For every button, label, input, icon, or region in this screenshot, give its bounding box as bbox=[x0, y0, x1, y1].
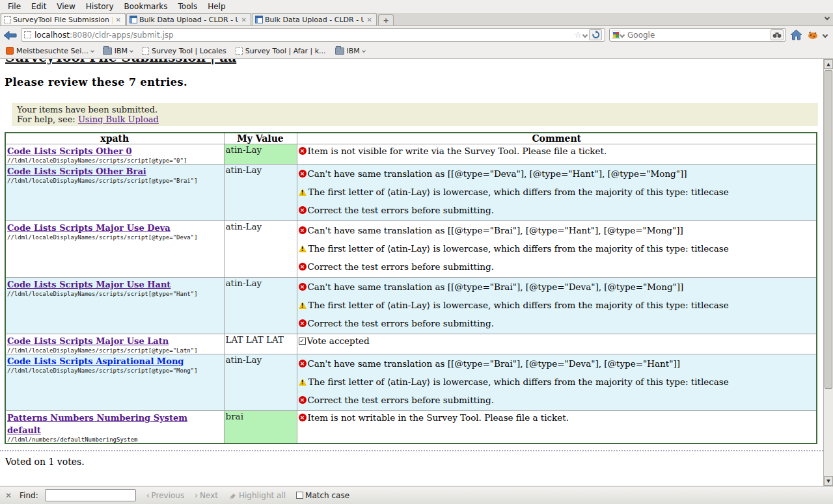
tab-close-icon[interactable]: ✕ bbox=[240, 16, 248, 23]
search-engine-chevron-icon[interactable] bbox=[620, 32, 625, 37]
column-header-xpath: xpath bbox=[5, 133, 224, 144]
xpath-link[interactable]: Code Lists Scripts Other 0 bbox=[7, 146, 132, 156]
error-icon bbox=[299, 226, 307, 234]
search-bar[interactable] bbox=[609, 28, 786, 42]
xpath-code: //ldml/numbers/defaultNumberingSystem bbox=[7, 436, 223, 443]
tab-close-icon[interactable]: ✕ bbox=[115, 16, 122, 23]
page-icon bbox=[236, 47, 243, 55]
toolbar-overflow-chevron-icon[interactable] bbox=[823, 32, 828, 37]
chevron-down-icon bbox=[90, 49, 94, 53]
table-header-row: xpath My Value Comment bbox=[5, 133, 817, 144]
window-favicon bbox=[130, 16, 137, 23]
xpath-link[interactable]: Code Lists Scripts Major Use Deva bbox=[7, 223, 171, 233]
vertical-scrollbar[interactable]: ▲ ▼ bbox=[823, 59, 833, 486]
xpath-cell: Code Lists Scripts Major Use Deva//ldml/… bbox=[5, 221, 224, 278]
window-favicon bbox=[255, 16, 263, 23]
comment-text: Item is not writable in the Survey Tool.… bbox=[308, 412, 569, 423]
comment-text: Correct the test errors before submittin… bbox=[308, 261, 494, 272]
xpath-link[interactable]: Code Lists Scripts Major Use Latn bbox=[7, 336, 169, 346]
comment-text: Can't have same translation as [[@type="… bbox=[308, 282, 684, 292]
find-input[interactable] bbox=[45, 489, 136, 501]
find-next-button[interactable]: ›Next bbox=[195, 491, 218, 500]
bookmark-survey-tool-locales[interactable]: Survey Tool | Locales bbox=[139, 46, 230, 57]
comment-text: The first letter of ⟨atin-Lay⟩ is lowerc… bbox=[308, 377, 729, 387]
addon-icon[interactable] bbox=[808, 31, 818, 40]
xpath-link[interactable]: Code Lists Scripts Aspirational Mong bbox=[7, 356, 184, 366]
xpath-cell: Code Lists Scripts Other Brai//ldml/loca… bbox=[5, 165, 224, 221]
scroll-down-arrow-icon[interactable]: ▼ bbox=[824, 476, 833, 486]
error-icon bbox=[299, 396, 307, 404]
comment-text: Can't have same translation as [[@type="… bbox=[308, 225, 683, 235]
comment-line: Correct the test errors before submittin… bbox=[299, 201, 815, 219]
notice-help-prefix: For help, see: bbox=[17, 114, 78, 124]
find-label: Find: bbox=[20, 491, 38, 500]
comment-cell: Item is not writable in the Survey Tool.… bbox=[297, 411, 817, 444]
comment-text: The first letter of ⟨atin-Lay⟩ is lowerc… bbox=[308, 300, 729, 310]
xpath-cell: Code Lists Scripts Aspirational Mong//ld… bbox=[5, 354, 224, 411]
scrollbar-thumb[interactable] bbox=[825, 70, 832, 389]
comment-cell: Can't have same translation as [[@type="… bbox=[297, 278, 817, 334]
tab-bulk-upload-2[interactable]: Bulk Data Upload - CLDR - Un... ✕ bbox=[252, 13, 377, 25]
notice-line2: For help, see: Using Bulk Upload bbox=[17, 114, 813, 124]
navigation-toolbar: localhost:8080/cldr-apps/submit.jsp ☆ bbox=[0, 26, 833, 44]
column-header-comment: Comment bbox=[297, 133, 817, 144]
warning-icon bbox=[299, 245, 307, 252]
dotted-separator bbox=[0, 450, 823, 451]
home-button[interactable] bbox=[790, 29, 802, 40]
comment-line: Correct the test errors before submittin… bbox=[299, 258, 815, 276]
match-case-option[interactable]: Match case bbox=[296, 491, 349, 500]
menu-tools[interactable]: Tools bbox=[173, 1, 203, 12]
xpath-cell: Code Lists Scripts Major Use Latn//ldml/… bbox=[5, 334, 224, 354]
bookmark-folder-ibm-2[interactable]: IBM bbox=[332, 46, 368, 57]
tab-close-icon[interactable]: ✕ bbox=[366, 16, 374, 23]
comment-line: The first letter of ⟨atin-Lay⟩ is lowerc… bbox=[299, 296, 815, 314]
menu-file[interactable]: File bbox=[3, 1, 26, 12]
my-value-cell: atin-Lay bbox=[224, 278, 297, 334]
comment-cell: Can't have same translation as [[@type="… bbox=[297, 221, 817, 278]
checkbox-icon[interactable] bbox=[296, 492, 303, 499]
my-value-cell: atin-Lay bbox=[224, 165, 297, 221]
xpath-link[interactable]: Code Lists Scripts Other Brai bbox=[7, 166, 146, 176]
review-table: xpath My Value Comment Code Lists Script… bbox=[5, 132, 817, 444]
xpath-link[interactable]: Code Lists Scripts Major Use Hant bbox=[7, 280, 171, 289]
menu-view[interactable]: View bbox=[51, 1, 80, 12]
tab-surveytool-submission[interactable]: SurveyTool File Submission | ... ✕ bbox=[1, 13, 126, 25]
placeholder-favicon bbox=[4, 16, 11, 23]
warning-icon bbox=[299, 302, 307, 309]
scroll-up-arrow-icon[interactable]: ▲ bbox=[824, 59, 833, 69]
bookmark-survey-tool-afar[interactable]: Survey Tool | Afar | k... bbox=[232, 46, 329, 57]
page-content: SurveyTool File Submission | aa Please r… bbox=[0, 59, 823, 486]
comment-cell: Vote accepted bbox=[297, 334, 817, 354]
menu-history[interactable]: History bbox=[81, 1, 119, 12]
tab-bulk-upload-1[interactable]: Bulk Data Upload - CLDR - Un... ✕ bbox=[126, 13, 251, 25]
search-input[interactable] bbox=[627, 31, 769, 40]
comment-line: The first letter of ⟨atin-Lay⟩ is lowerc… bbox=[299, 373, 815, 391]
bookmark-label: IBM bbox=[347, 47, 360, 55]
using-bulk-upload-link[interactable]: Using Bulk Upload bbox=[78, 114, 159, 124]
highlight-all-button[interactable]: Highlight all bbox=[228, 491, 286, 500]
findbar-close-icon[interactable]: ✕ bbox=[5, 491, 12, 500]
tab-list-chevron-icon[interactable] bbox=[825, 15, 830, 20]
find-previous-button[interactable]: ‹Previous bbox=[146, 491, 185, 500]
back-button[interactable] bbox=[3, 29, 18, 42]
url-dropdown-chevron-icon[interactable] bbox=[582, 32, 588, 37]
tab-title: SurveyTool File Submission | ... bbox=[13, 16, 113, 24]
error-icon bbox=[299, 283, 307, 291]
placeholder-favicon bbox=[24, 31, 31, 38]
xpath-link[interactable]: Patterns Numbers Numbering System defaul… bbox=[7, 413, 187, 435]
bookmark-folder-ibm-1[interactable]: IBM bbox=[100, 46, 136, 57]
column-header-my-value: My Value bbox=[224, 133, 297, 144]
bookmark-star-icon[interactable]: ☆ bbox=[574, 30, 582, 40]
new-tab-button[interactable]: + bbox=[378, 14, 394, 25]
my-value-cell: brai bbox=[224, 411, 297, 444]
find-binoculars-button[interactable] bbox=[771, 29, 784, 40]
menu-edit[interactable]: Edit bbox=[26, 1, 51, 12]
location-bar[interactable]: localhost:8080/cldr-apps/submit.jsp ☆ bbox=[21, 28, 605, 42]
menu-bookmarks[interactable]: Bookmarks bbox=[119, 1, 173, 12]
error-icon bbox=[299, 206, 307, 214]
xpath-code: //ldml/localeDisplayNames/scripts/script… bbox=[7, 234, 223, 241]
bookmark-most-visited[interactable]: Meistbesuchte Sei... bbox=[3, 46, 97, 57]
reload-button[interactable] bbox=[589, 29, 602, 40]
menu-help[interactable]: Help bbox=[202, 1, 230, 12]
table-row: Code Lists Scripts Other Brai//ldml/loca… bbox=[5, 165, 817, 221]
